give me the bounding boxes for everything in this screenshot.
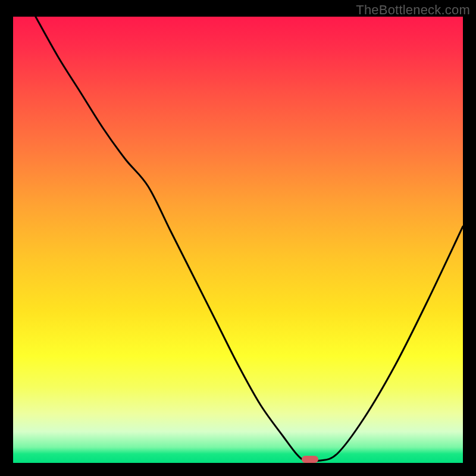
minimum-marker [302, 456, 318, 463]
plot-area [13, 17, 463, 463]
bottleneck-curve [13, 17, 463, 463]
watermark-text: TheBottleneck.com [356, 2, 470, 18]
chart-frame: TheBottleneck.com [0, 0, 476, 476]
